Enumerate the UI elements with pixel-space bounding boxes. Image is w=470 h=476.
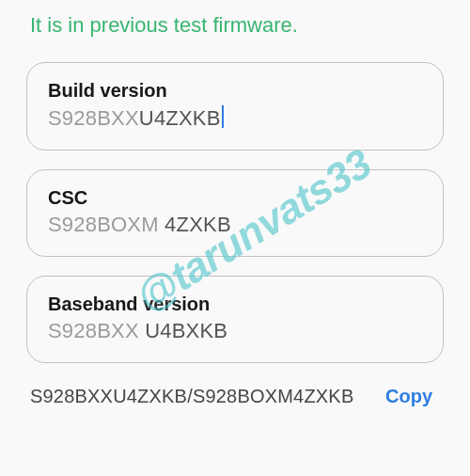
csc-value[interactable]: S928BOXM 4ZXKB [48, 213, 422, 237]
baseband-label: Baseband version [48, 294, 422, 315]
baseband-prefix: S928BXX [48, 319, 139, 342]
build-version-value[interactable]: S928BXXU4ZXKB [48, 105, 422, 131]
baseband-field[interactable]: Baseband version S928BXX U4BXKB [26, 276, 444, 363]
csc-field[interactable]: CSC S928BOXM 4ZXKB [26, 169, 444, 257]
copy-button[interactable]: Copy [378, 382, 440, 411]
baseband-editable[interactable]: U4BXKB [145, 319, 227, 342]
baseband-value[interactable]: S928BXX U4BXKB [48, 319, 422, 343]
firmware-summary: S928BXXU4ZXKB/S928BOXM4ZXKB [30, 386, 361, 407]
summary-row: S928BXXU4ZXKB/S928BOXM4ZXKB Copy [26, 382, 444, 411]
csc-editable[interactable]: 4ZXKB [164, 213, 231, 236]
build-version-field[interactable]: Build version S928BXXU4ZXKB [26, 62, 444, 151]
text-cursor [222, 105, 224, 128]
build-version-prefix: S928BXX [48, 106, 139, 130]
status-message: It is in previous test firmware. [30, 13, 444, 38]
csc-label: CSC [48, 187, 422, 209]
build-version-editable[interactable]: U4ZXKB [139, 106, 221, 130]
build-version-label: Build version [48, 80, 422, 102]
csc-prefix: S928BOXM [48, 213, 159, 236]
